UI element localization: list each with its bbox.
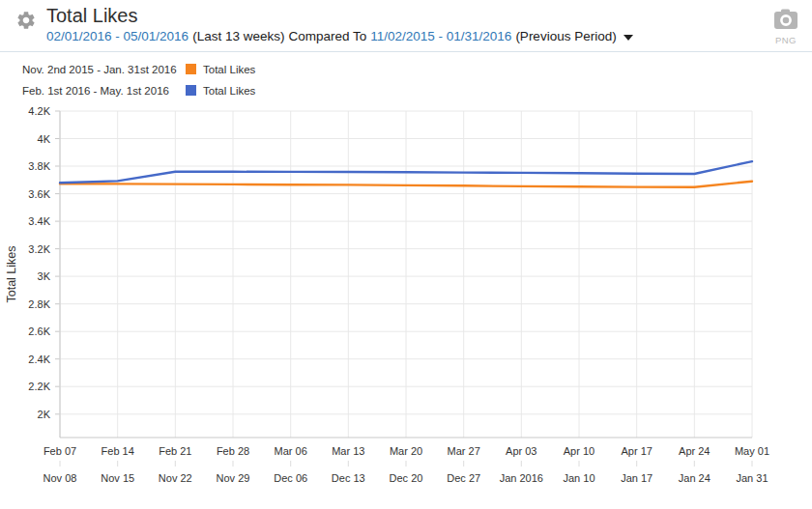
orange-series-swatch-icon <box>186 64 196 74</box>
y-tick-label: 2.6K <box>28 325 50 337</box>
y-tick-label: 2.4K <box>28 353 50 365</box>
legend-period-label: Feb. 1st 2016 - May. 1st 2016 <box>22 85 186 97</box>
widget-header: Total Likes 02/01/2016 - 05/01/2016 (Las… <box>0 0 812 52</box>
y-tick-label: 3.6K <box>28 188 50 200</box>
blue-series-swatch-icon <box>186 85 196 96</box>
y-axis-title: Total Likes <box>5 245 18 302</box>
x-label-current: Apr 03 <box>506 445 536 457</box>
x-label-current: Mar 06 <box>275 445 307 457</box>
legend-series-label: Total Likes <box>203 85 255 97</box>
page-title: Total Likes <box>46 4 633 28</box>
gear-icon <box>15 17 37 34</box>
x-label-current: Apr 10 <box>564 445 594 457</box>
x-label-current: Apr 24 <box>679 445 710 457</box>
y-tick-label: 2.2K <box>28 381 50 392</box>
legend-series-label: Total Likes <box>203 64 255 75</box>
export-format-label: PNG <box>768 35 804 45</box>
x-label-previous: Dec 20 <box>390 472 423 484</box>
x-label-current: Feb 14 <box>102 445 134 457</box>
compared-to-label: Compared To <box>288 29 366 43</box>
x-label-current: Mar 20 <box>390 445 422 457</box>
x-label-current: Feb 07 <box>44 445 76 457</box>
x-label-previous: Jan 24 <box>679 472 710 484</box>
range-note: (Last 13 weeks) <box>192 29 284 43</box>
camera-icon <box>773 16 798 33</box>
x-label-previous: Dec 06 <box>274 472 307 484</box>
x-label-current: Apr 17 <box>621 445 652 457</box>
previous-note: (Previous Period) <box>515 29 616 43</box>
y-tick-label: 3.8K <box>28 160 50 172</box>
line-chart: 4.2K4K3.8K3.6K3.4K3.2K3K2.8K2.6K2.4K2.2K… <box>0 100 812 509</box>
y-tick-label: 3.2K <box>28 243 50 255</box>
x-label-current: Mar 27 <box>448 445 480 457</box>
x-label-previous: Jan 31 <box>736 472 768 484</box>
x-label-current: Feb 28 <box>217 445 249 457</box>
previous-range-link[interactable]: 11/02/2015 - 01/31/2016 <box>370 29 511 43</box>
x-label-previous: Dec 13 <box>332 472 365 484</box>
x-label-previous: Nov 08 <box>44 472 77 484</box>
caret-down-icon[interactable] <box>624 35 633 41</box>
x-label-previous: Nov 22 <box>159 472 192 484</box>
y-tick-label: 3K <box>38 270 51 282</box>
legend-period-label: Nov. 2nd 2015 - Jan. 31st 2016 <box>22 64 186 75</box>
x-label-previous: Nov 15 <box>101 472 134 484</box>
chart-legend: Nov. 2nd 2015 - Jan. 31st 2016 Total Lik… <box>22 62 255 104</box>
export-png-button[interactable]: PNG <box>768 9 804 45</box>
y-tick-label: 2.8K <box>28 298 50 310</box>
x-label-current: May 01 <box>735 445 769 457</box>
y-tick-label: 2K <box>38 409 51 420</box>
y-tick-label: 4.2K <box>28 105 50 117</box>
x-label-current: Mar 13 <box>332 445 364 457</box>
current-range-link[interactable]: 02/01/2016 - 05/01/2016 <box>46 29 188 43</box>
settings-button[interactable] <box>15 10 37 31</box>
x-label-previous: Nov 29 <box>217 472 250 484</box>
x-label-previous: Jan 2016 <box>500 472 543 484</box>
x-label-current: Feb 21 <box>159 445 191 457</box>
x-label-previous: Dec 27 <box>447 472 480 484</box>
title-block: Total Likes 02/01/2016 - 05/01/2016 (Las… <box>46 4 633 43</box>
y-tick-label: 3.4K <box>28 215 50 227</box>
date-range-selector: 02/01/2016 - 05/01/2016 (Last 13 weeks) … <box>46 29 633 43</box>
x-label-previous: Jan 17 <box>621 472 652 484</box>
legend-row-previous-period[interactable]: Nov. 2nd 2015 - Jan. 31st 2016 Total Lik… <box>22 62 255 76</box>
x-label-previous: Jan 10 <box>563 472 594 484</box>
y-tick-label: 4K <box>38 133 51 145</box>
legend-row-current-period[interactable]: Feb. 1st 2016 - May. 1st 2016 Total Like… <box>22 83 255 98</box>
